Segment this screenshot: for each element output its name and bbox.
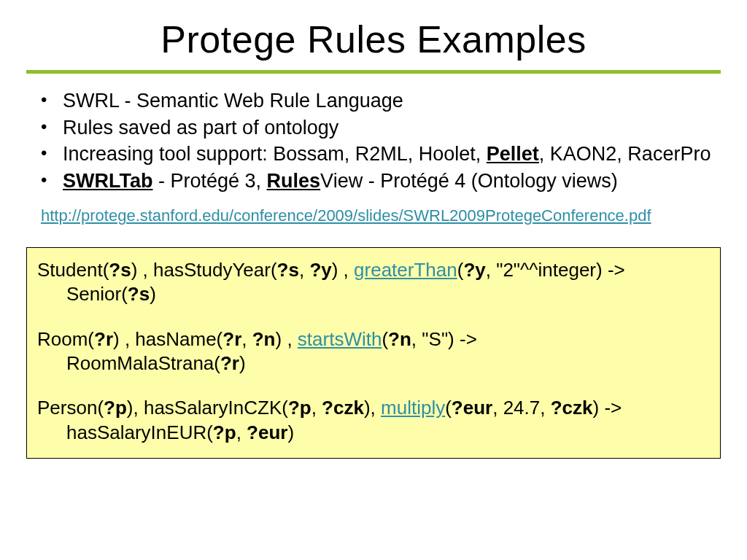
bullet-text: Increasing tool support: Bossam, R2ML, H… <box>63 143 487 165</box>
rule-text: ) , <box>276 328 298 350</box>
rule-text: RoomMalaStrana( <box>66 352 220 374</box>
rule-var: ?r <box>220 352 239 374</box>
swrl-rule: Room(?r) , hasName(?r, ?n) , startsWith(… <box>37 327 710 376</box>
rule-cont: RoomMalaStrana(?r) <box>37 351 710 376</box>
rule-text: Senior( <box>66 283 128 305</box>
bullet-bold: Pellet <box>487 143 539 165</box>
bullet-list: SWRL - Semantic Web Rule Language Rules … <box>26 88 721 193</box>
rule-var: ?eur <box>452 397 492 419</box>
reference-link[interactable]: http://protege.stanford.edu/conference/2… <box>41 206 651 225</box>
rule-text: ) <box>287 421 294 443</box>
rule-var: ?eur <box>247 421 287 443</box>
rule-text: , "S") -> <box>411 328 477 350</box>
rule-text: ), <box>364 397 381 419</box>
rule-text: ) <box>239 352 246 374</box>
rule-text: ), hasSalaryInCZK( <box>127 397 288 419</box>
rule-text: ( <box>382 328 388 350</box>
bullet-item: Rules saved as part of ontology <box>63 115 721 141</box>
rule-cont: hasSalaryInEUR(?p, ?eur) <box>37 421 710 445</box>
rule-text: , <box>241 328 252 350</box>
bullet-text: - Protégé 3, <box>152 170 266 192</box>
slide: Protege Rules Examples SWRL - Semantic W… <box>0 18 747 560</box>
rule-text: , "2"^^integer) -> <box>486 259 625 281</box>
rule-text: Person( <box>37 397 104 419</box>
bullet-text: , KAON2, RacerPro <box>539 143 711 165</box>
rule-text: ) , hasName( <box>113 328 222 350</box>
rule-fn: greaterThan <box>354 259 457 281</box>
rule-var: ?r <box>94 328 113 350</box>
rule-text: Student( <box>37 259 109 281</box>
bullet-item: SWRL - Semantic Web Rule Language <box>63 88 721 114</box>
rule-text: ) , <box>332 259 354 281</box>
slide-title: Protege Rules Examples <box>26 18 721 61</box>
rule-var: ?czk <box>551 397 593 419</box>
rule-var: ?r <box>222 328 241 350</box>
rule-fn: multiply <box>381 397 445 419</box>
rule-var: ?p <box>213 421 236 443</box>
rule-var: ?s <box>128 283 150 305</box>
rule-var: ?s <box>109 259 131 281</box>
rule-text: Room( <box>37 328 94 350</box>
rule-text: , <box>311 397 322 419</box>
bullet-text: View - Protégé 4 (Ontology views) <box>320 170 618 192</box>
rule-var: ?s <box>277 259 299 281</box>
rule-text: , 24.7, <box>492 397 551 419</box>
rule-var: ?p <box>288 397 311 419</box>
rule-text: ( <box>445 397 452 419</box>
rule-var: ?y <box>463 259 485 281</box>
bullet-item: Increasing tool support: Bossam, R2ML, H… <box>63 141 721 167</box>
rule-cont: Senior(?s) <box>37 282 710 306</box>
swrl-rule: Student(?s) , hasStudyYear(?s, ?y) , gre… <box>37 258 710 307</box>
rule-text: hasSalaryInEUR( <box>66 421 213 443</box>
reference-link-wrap: http://protege.stanford.edu/conference/2… <box>41 206 721 225</box>
rule-text: , <box>299 259 309 281</box>
rule-text: ) -> <box>593 397 622 419</box>
bullet-item: SWRLTab - Protégé 3, RulesView - Protégé… <box>63 168 721 194</box>
rule-var: ?czk <box>322 397 364 419</box>
bullet-bold: Rules <box>267 170 321 192</box>
rule-text: , <box>236 421 247 443</box>
swrl-rule: Person(?p), hasSalaryInCZK(?p, ?czk), mu… <box>37 396 710 445</box>
rules-box: Student(?s) , hasStudyYear(?s, ?y) , gre… <box>26 247 721 459</box>
rule-text: ) <box>150 283 156 305</box>
rule-fn: startsWith <box>298 328 382 350</box>
rule-var: ?y <box>309 259 331 281</box>
rule-var: ?n <box>252 328 276 350</box>
rule-var: ?p <box>104 397 127 419</box>
bullet-bold: SWRLTab <box>63 170 152 192</box>
rule-text: ) , hasStudyYear( <box>131 259 277 281</box>
title-divider <box>26 70 721 74</box>
rule-var: ?n <box>388 328 411 350</box>
